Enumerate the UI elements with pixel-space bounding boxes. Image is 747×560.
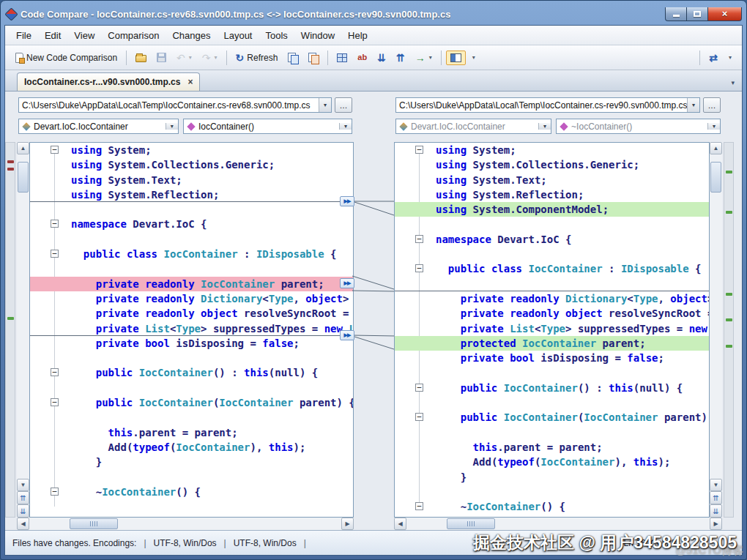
code-line[interactable] — [395, 425, 709, 440]
menu-file[interactable]: File — [10, 27, 38, 44]
right-horizontal-scrollbar[interactable]: ◀ ▶ — [394, 518, 722, 530]
code-line[interactable]: private readonly Dictionary<Type, object… — [395, 291, 709, 306]
right-hscroll-thumb[interactable] — [447, 518, 495, 529]
menu-comparison[interactable]: Comparison — [101, 27, 166, 44]
left-member-navigator[interactable]: IocContainer() ▾ — [183, 119, 352, 134]
previous-difference-button[interactable]: ⇈ — [392, 50, 409, 66]
left-path-combobox[interactable]: C:\Users\Duke\AppData\Local\Temp\IocCont… — [18, 97, 332, 113]
right-vscroll-track[interactable] — [710, 154, 722, 479]
code-line[interactable]: − public IocContainer() : this(null) { — [395, 381, 709, 395]
fold-toggle-icon[interactable]: − — [51, 488, 59, 496]
scroll-up-button[interactable]: ▲ — [17, 142, 29, 154]
code-line[interactable]: using System.Text; — [395, 173, 709, 187]
refresh-button[interactable]: ↻ Refresh — [231, 50, 283, 66]
undo-button[interactable]: ↶▾ — [172, 50, 196, 66]
right-change-map[interactable] — [724, 142, 734, 518]
scroll-right-button[interactable]: ▶ — [710, 518, 722, 530]
fold-toggle-icon[interactable]: − — [415, 235, 423, 243]
right-hscroll-track[interactable] — [406, 518, 710, 530]
redo-button[interactable]: ↷▾ — [198, 50, 222, 66]
code-line[interactable]: private readonly object resolveSyncRoot … — [395, 306, 709, 321]
left-hscroll-track[interactable] — [29, 518, 341, 530]
menu-window[interactable]: Window — [294, 27, 341, 44]
scroll-up-button[interactable]: ▲ — [710, 142, 722, 154]
code-line[interactable]: − public IocContainer(IocContainer paren… — [30, 395, 353, 410]
code-line[interactable]: private readonly Dictionary<Type, object… — [30, 291, 353, 306]
menu-edit[interactable]: Edit — [38, 27, 67, 44]
tab-list-dropdown-icon[interactable]: ▾ — [731, 79, 735, 86]
edit-comparison-button[interactable] — [304, 50, 323, 66]
code-line[interactable]: private List<Type> suppressedTypes = new… — [395, 321, 709, 336]
layout-dropdown-button[interactable]: ▾ — [467, 51, 480, 64]
right-code[interactable]: −using System;using System.Collections.G… — [394, 142, 710, 518]
code-line[interactable]: − ~IocContainer() { — [30, 485, 353, 499]
code-line[interactable]: using System.Reflection; — [30, 187, 353, 202]
code-line[interactable]: using System.Reflection; — [395, 187, 709, 202]
left-path-dropdown-icon[interactable]: ▾ — [319, 98, 331, 112]
code-line[interactable]: − public class IocContainer : IDisposabl… — [395, 261, 709, 276]
code-line[interactable]: private List<Type> suppressedTypes = new… — [30, 321, 353, 336]
menu-layout[interactable]: Layout — [217, 27, 259, 44]
fold-toggle-icon[interactable]: − — [415, 413, 423, 421]
code-line[interactable]: } — [30, 455, 353, 469]
ignore-case-button[interactable]: ab — [353, 51, 371, 64]
layout-button[interactable] — [446, 51, 466, 65]
right-member-navigator[interactable]: ~IocContainer() ▾ — [556, 119, 721, 134]
right-path-dropdown-icon[interactable]: ▾ — [687, 98, 699, 112]
code-line[interactable] — [30, 261, 353, 276]
code-line[interactable] — [30, 202, 353, 217]
next-change-button[interactable]: ⇊ — [710, 504, 722, 518]
swap-dropdown-button[interactable]: ▾ — [724, 51, 736, 64]
menu-changes[interactable]: Changes — [166, 27, 217, 44]
code-line[interactable]: − public IocContainer() : this(null) { — [30, 365, 353, 380]
right-vertical-scrollbar[interactable]: ▲ ▼ ⇈ ⇊ — [710, 142, 722, 518]
fold-toggle-icon[interactable]: − — [415, 264, 423, 272]
scroll-left-button[interactable]: ◀ — [394, 518, 406, 530]
fold-toggle-icon[interactable]: − — [51, 146, 59, 154]
fold-toggle-icon[interactable]: − — [51, 368, 59, 376]
code-line[interactable] — [395, 365, 709, 380]
right-vscroll-thumb[interactable] — [710, 162, 721, 193]
left-code[interactable]: −using System;using System.Collections.G… — [29, 142, 354, 518]
code-line[interactable]: −namespace Devart.IoC { — [395, 232, 709, 247]
close-button[interactable]: × — [708, 7, 742, 21]
right-browse-button[interactable]: … — [703, 97, 721, 113]
menu-view[interactable]: View — [67, 27, 101, 44]
merge-to-right-button[interactable]: ▶▶ — [340, 196, 354, 206]
merge-to-right-button[interactable]: ▶▶ — [340, 278, 354, 288]
left-change-map[interactable] — [5, 142, 15, 518]
left-horizontal-scrollbar[interactable]: ◀ ▶ — [17, 518, 354, 530]
code-line[interactable]: −using System; — [30, 143, 353, 157]
code-line[interactable] — [395, 247, 709, 261]
code-line[interactable]: − public IocContainer(IocContainer paren… — [395, 410, 709, 425]
fold-toggle-icon[interactable]: − — [415, 502, 423, 510]
code-line[interactable]: Add(typeof(IocContainer), this); — [395, 455, 709, 469]
code-line[interactable] — [30, 232, 353, 247]
scroll-left-button[interactable]: ◀ — [17, 518, 29, 530]
compare-files-button[interactable] — [283, 50, 302, 66]
left-vertical-scrollbar[interactable]: ▲ ▼ ⇈ ⇊ — [17, 142, 29, 518]
code-line[interactable]: this.parent = parent; — [395, 440, 709, 455]
code-line[interactable]: using System.Text; — [30, 173, 353, 187]
code-line[interactable]: this.parent = parent; — [30, 425, 353, 440]
code-line[interactable]: protected IocContainer parent; — [395, 336, 709, 351]
code-line[interactable]: Add(typeof(IocContainer), this); — [30, 440, 353, 455]
new-comparison-button[interactable]: New Code Comparison — [11, 50, 122, 66]
fold-toggle-icon[interactable]: − — [51, 398, 59, 406]
left-class-dropdown-icon[interactable]: ▾ — [166, 123, 178, 130]
code-line[interactable]: private readonly object resolveSyncRoot … — [30, 306, 353, 321]
code-line[interactable] — [30, 410, 353, 425]
code-line[interactable]: private bool isDisposing = false; — [30, 336, 353, 351]
save-button[interactable] — [152, 50, 171, 65]
merge-button[interactable]: →▾ — [411, 50, 436, 66]
left-class-navigator[interactable]: Devart.IoC.IocContainer ▾ — [18, 119, 179, 134]
right-member-dropdown-icon[interactable]: ▾ — [707, 123, 720, 130]
open-button[interactable] — [131, 50, 151, 65]
code-line[interactable] — [30, 470, 353, 485]
fold-toggle-icon[interactable]: − — [415, 384, 423, 392]
left-browse-button[interactable]: … — [335, 97, 352, 113]
code-line[interactable]: −using System; — [395, 143, 709, 157]
right-path-combobox[interactable]: C:\Users\Duke\AppData\Local\Temp\IocCont… — [395, 97, 700, 113]
right-class-dropdown-icon[interactable]: ▾ — [538, 123, 551, 130]
previous-change-button[interactable]: ⇈ — [710, 491, 722, 504]
